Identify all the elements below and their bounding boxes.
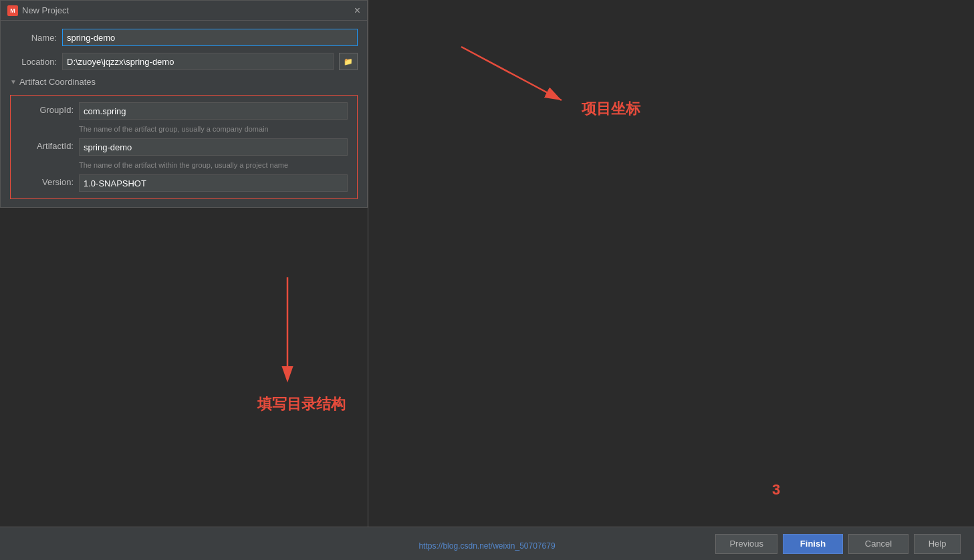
location-input[interactable]	[62, 53, 334, 70]
artifact-section-label: Artifact Coordinates	[19, 77, 96, 87]
version-row: Version:	[20, 174, 348, 192]
app-icon: M	[7, 5, 18, 16]
close-button[interactable]: ×	[354, 5, 360, 16]
artifactid-label: ArtifactId:	[20, 138, 74, 151]
annotation-text-1: 项目坐标	[582, 99, 640, 119]
vertical-separator	[368, 0, 368, 528]
section-toggle-icon: ▼	[10, 78, 17, 86]
location-row: Location: 📁	[10, 53, 358, 70]
groupid-label: GroupId:	[20, 102, 74, 115]
annotation-text-2: 填写目录结构	[257, 394, 346, 414]
groupid-input[interactable]	[79, 102, 348, 120]
previous-button[interactable]: Previous	[715, 534, 777, 554]
website-link[interactable]: https://blog.csdn.net/weixin_50707679	[418, 541, 555, 551]
annotation-arrow-2	[277, 274, 297, 383]
name-row: Name:	[10, 29, 358, 46]
dialog-title: New Project	[22, 5, 69, 15]
artifactid-hint: The name of the artifact within the grou…	[79, 161, 348, 169]
dialog-titlebar: M New Project ×	[1, 1, 367, 21]
groupid-row: GroupId:	[20, 102, 348, 120]
titlebar-left: M New Project	[7, 5, 69, 16]
folder-browse-button[interactable]: 📁	[339, 53, 358, 70]
artifact-box: GroupId: The name of the artifact group,…	[10, 95, 358, 199]
version-input[interactable]	[79, 174, 348, 192]
finish-button[interactable]: Finish	[783, 534, 843, 554]
version-label: Version:	[20, 174, 74, 187]
help-button[interactable]: Help	[914, 534, 961, 554]
name-input[interactable]	[62, 29, 358, 46]
artifact-section-header[interactable]: ▼ Artifact Coordinates	[10, 77, 358, 87]
artifactid-input[interactable]	[79, 138, 348, 156]
groupid-hint: The name of the artifact group, usually …	[79, 125, 348, 133]
new-project-dialog: M New Project × Name: Location: 📁 ▼ Arti…	[0, 0, 368, 208]
location-label: Location:	[10, 57, 57, 67]
dialog-body: Name: Location: 📁 ▼ Artifact Coordinates…	[1, 21, 367, 207]
artifactid-row: ArtifactId:	[20, 138, 348, 156]
cancel-button[interactable]: Cancel	[848, 534, 908, 554]
annotation-arrow-1	[455, 40, 602, 122]
svg-line-1	[461, 47, 562, 100]
annotation-number: 3	[772, 481, 780, 499]
name-label: Name:	[10, 33, 57, 43]
